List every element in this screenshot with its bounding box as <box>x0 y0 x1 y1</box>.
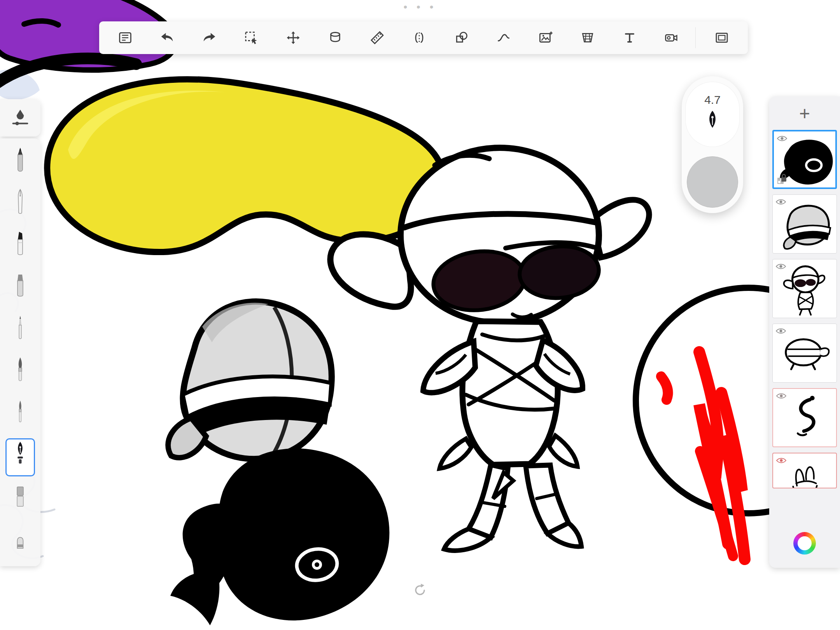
symmetry-icon <box>411 30 427 46</box>
symmetry-button[interactable] <box>408 26 430 49</box>
marquee-select-icon <box>243 30 259 46</box>
brush-hud: 4.7 <box>682 76 743 213</box>
perspective-guides-icon <box>580 30 595 46</box>
brush-item-eraser[interactable] <box>5 522 35 560</box>
shapes-button[interactable] <box>450 26 473 49</box>
camera-button[interactable] <box>660 26 683 49</box>
transform-button[interactable] <box>282 26 304 49</box>
layer-visibility-icon[interactable] <box>776 456 787 465</box>
layer-visibility-icon[interactable] <box>775 327 786 335</box>
brush-item-chisel-marker[interactable] <box>5 228 35 266</box>
paintbrush-icon <box>11 355 30 391</box>
gallery-button[interactable] <box>114 26 136 49</box>
layers-panel: + <box>769 96 840 568</box>
rotate-canvas-icon[interactable] <box>411 582 429 599</box>
top-toolbar <box>99 21 748 54</box>
brush-item-pencil[interactable] <box>5 144 35 182</box>
perspective-guides-button[interactable] <box>576 26 599 49</box>
color-wheel-button[interactable] <box>793 532 816 555</box>
redo-icon <box>201 30 217 46</box>
brush-item-ink-nib[interactable] <box>5 438 35 476</box>
current-color-swatch[interactable] <box>687 156 738 208</box>
alpha-lock-icon[interactable] <box>777 173 787 184</box>
ink-pen-icon <box>11 187 30 223</box>
transform-icon <box>285 30 301 46</box>
pencil-icon <box>11 145 30 181</box>
yellow-blob-drawing <box>47 79 443 252</box>
camera-icon <box>664 30 679 46</box>
add-layer-button[interactable]: + <box>769 96 840 130</box>
text-tool-button[interactable] <box>618 26 641 49</box>
brush-item-ink-pen[interactable] <box>5 186 35 224</box>
brush-item-paintbrush[interactable] <box>5 354 35 392</box>
layer-item-2[interactable] <box>772 194 837 254</box>
undo-icon <box>159 30 175 46</box>
toolbar-divider <box>695 27 696 48</box>
layer-item-1[interactable] <box>772 130 837 189</box>
fill-button[interactable] <box>324 26 346 49</box>
toolbar-main-group <box>103 26 694 49</box>
import-image-icon <box>538 30 553 46</box>
flat-marker-icon <box>11 271 30 307</box>
brush-size-dial[interactable]: 4.7 <box>685 82 740 147</box>
canvas-frame-icon <box>714 30 730 46</box>
brush-item-detail-brush[interactable] <box>5 396 35 434</box>
gallery-icon <box>117 30 133 46</box>
fill-icon <box>327 30 343 46</box>
black-fish-drawing <box>170 448 389 625</box>
curve-icon <box>496 30 511 46</box>
active-brush-settings-button[interactable] <box>0 99 40 136</box>
brush-item-smudge[interactable] <box>5 480 35 518</box>
ink-nib-icon <box>11 439 30 475</box>
import-image-button[interactable] <box>534 26 557 49</box>
ruler-button[interactable] <box>366 26 388 49</box>
layer-visibility-icon[interactable] <box>775 198 786 206</box>
brush-palette <box>0 138 40 566</box>
layer-item-5[interactable] <box>772 388 837 447</box>
redo-button[interactable] <box>198 26 220 49</box>
helmet-drawing <box>168 301 332 459</box>
layer-visibility-icon[interactable] <box>775 262 786 271</box>
eraser-icon <box>11 523 30 559</box>
layer-item-3[interactable] <box>772 259 837 318</box>
layer-visibility-icon[interactable] <box>777 134 788 143</box>
chisel-marker-icon <box>11 229 30 265</box>
smudge-icon <box>11 481 30 517</box>
undo-button[interactable] <box>156 26 178 49</box>
layer-list <box>772 130 837 488</box>
text-tool-icon <box>622 30 637 46</box>
brush-nib-icon <box>704 109 721 135</box>
layer-item-4[interactable] <box>772 324 837 383</box>
brush-size-value: 4.7 <box>704 93 721 107</box>
app-window: • • • <box>0 0 840 630</box>
curve-button[interactable] <box>492 26 515 49</box>
canvas-frame-button[interactable] <box>710 26 733 49</box>
brush-item-flat-marker[interactable] <box>5 270 35 308</box>
marquee-select-button[interactable] <box>240 26 262 49</box>
detail-brush-icon <box>11 397 30 433</box>
brush-item-fine-liner[interactable] <box>5 312 35 350</box>
layer-item-6[interactable] <box>772 453 837 488</box>
active-brush-settings-icon <box>9 107 32 129</box>
canvas-edge-handle[interactable]: • • • <box>397 1 443 13</box>
shapes-icon <box>454 30 469 46</box>
fine-liner-icon <box>11 313 30 349</box>
layer-visibility-icon[interactable] <box>776 392 787 400</box>
ruler-icon <box>369 30 385 46</box>
